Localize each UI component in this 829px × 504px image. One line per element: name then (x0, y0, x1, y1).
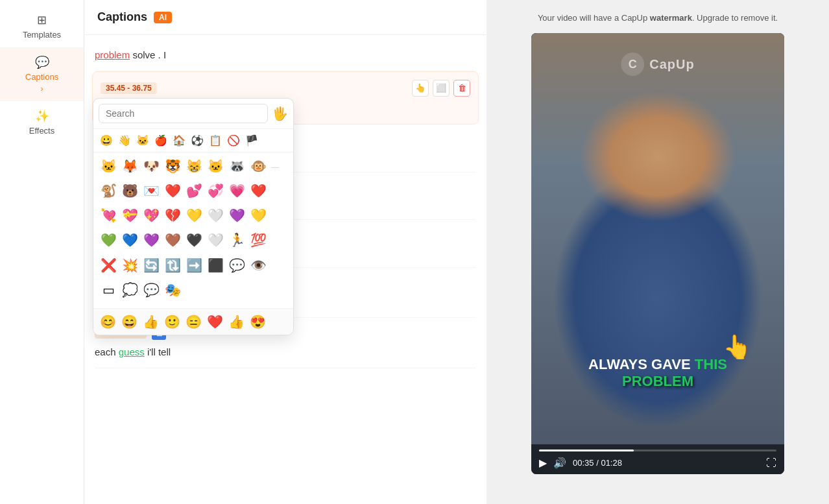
emoji-item[interactable]: 💕 (184, 181, 204, 204)
emoji-item[interactable]: 🎭 (163, 280, 183, 304)
emoji-cat-clipboard[interactable]: 📋 (208, 133, 223, 148)
delete-button[interactable]: 🗑 (453, 80, 470, 97)
emoji-cat-house[interactable]: 🏠 (171, 133, 187, 148)
ai-badge: AI (154, 12, 172, 23)
emoji-cat-soccer[interactable]: ⚽ (189, 133, 205, 148)
emoji-item[interactable]: 💌 (141, 181, 162, 204)
video-progress-bar[interactable] (539, 450, 776, 451)
capup-logo-icon: C (621, 53, 644, 76)
play-button[interactable]: ▶ (539, 457, 547, 469)
emoji-item[interactable]: 🖤 (184, 230, 204, 254)
video-panel: Your video will have a CapUp watermark. … (487, 0, 829, 504)
emoji-item[interactable]: 🐶 (141, 156, 162, 180)
emoji-item[interactable]: 💖 (141, 206, 162, 229)
emoji-item[interactable]: 🐱 (99, 156, 119, 180)
main-content: Captions AI problem solve . I 35.45 - 36… (84, 0, 829, 504)
emoji-item[interactable]: 💞 (206, 181, 226, 204)
emoji-item (248, 280, 269, 304)
captions-icon: 💬 (35, 55, 49, 69)
caption-always-gave: ALWAYS GAVE (588, 356, 695, 372)
emoji-button[interactable]: 👆 (412, 80, 429, 97)
emoji-item[interactable]: 💔 (163, 206, 183, 229)
emoji-item[interactable]: 💜 (141, 230, 162, 254)
emoji-item[interactable]: 😸 (184, 156, 204, 180)
emoji-item[interactable]: 💥 (120, 256, 140, 279)
hand-stop-icon[interactable]: 🖐 (272, 106, 288, 121)
emoji-item[interactable]: 👁️ (248, 256, 269, 279)
emoji-recent-bar: 😊 😄 👍 🙂 😑 ❤️ 👍 😍 (93, 308, 293, 335)
segment-text-7: each guess i'll tell (95, 345, 476, 360)
emoji-item[interactable]: ❌ (99, 256, 119, 279)
video-caption-line2: PROBLEM (544, 373, 771, 390)
sidebar-item-templates[interactable]: ⊞ Templates (0, 5, 84, 47)
emoji-item (227, 280, 247, 304)
emoji-item[interactable]: 💙 (120, 230, 140, 254)
sidebar: ⊞ Templates 💬 Captions › ✨ Effects (0, 0, 84, 504)
person-background (531, 33, 784, 474)
emoji-cat-no[interactable]: 🚫 (226, 133, 241, 148)
emoji-recent-smiley[interactable]: 😊 (99, 313, 117, 331)
video-controls-row: ▶ 🔊 00:35 / 01:28 ⛶ (539, 457, 776, 469)
emoji-item[interactable]: 💯 (248, 230, 269, 254)
sidebar-item-effects[interactable]: ✨ Effects (0, 101, 84, 143)
emoji-item[interactable]: ❤️ (248, 181, 269, 204)
segment-actions-2: 👆 ⬜ 🗑 (412, 80, 470, 97)
emoji-item[interactable]: 🔃 (163, 256, 183, 279)
emoji-recent-grin[interactable]: 😄 (120, 313, 139, 331)
emoji-item[interactable]: 🔄 (141, 256, 162, 279)
emoji-item[interactable]: 💝 (120, 206, 140, 229)
emoji-cat-wave[interactable]: 👋 (117, 133, 132, 148)
emoji-item[interactable]: 🦝 (227, 156, 247, 180)
emoji-cat-smiley[interactable]: 😀 (99, 133, 114, 148)
emoji-item[interactable]: 🏃 (227, 230, 247, 254)
emoji-item[interactable]: ❤️ (163, 181, 183, 204)
emoji-cat-apple[interactable]: 🍎 (153, 133, 169, 148)
word-problem[interactable]: problem (95, 49, 130, 60)
volume-button[interactable]: 🔊 (553, 457, 566, 469)
fullscreen-button[interactable]: ⛶ (766, 457, 776, 469)
emoji-item (184, 280, 204, 304)
emoji-item[interactable]: 🤍 (206, 230, 226, 254)
captions-header: Captions AI (84, 0, 487, 35)
emoji-recent-star-eyes[interactable]: 😍 (248, 313, 267, 331)
emoji-item[interactable]: 💜 (227, 206, 247, 229)
emoji-item[interactable]: ➡️ (184, 256, 204, 279)
emoji-item[interactable]: 🤍 (206, 206, 226, 229)
watermark-suffix: . Upgrade to remove it. (692, 13, 778, 23)
emoji-cat-cat[interactable]: 🐱 (135, 133, 150, 148)
word-guess2[interactable]: guess (119, 346, 145, 357)
emoji-recent-heart[interactable]: ❤️ (206, 313, 224, 331)
caption-button[interactable]: ⬜ (433, 80, 450, 97)
emoji-recent-thumbsup[interactable]: 👍 (141, 313, 160, 331)
emoji-item[interactable]: 💘 (99, 206, 119, 229)
sidebar-item-captions[interactable]: 💬 Captions › (0, 47, 84, 101)
emoji-item[interactable]: 🐵 (248, 156, 269, 180)
emoji-item[interactable]: 🐻 (120, 181, 140, 204)
emoji-item[interactable]: 💗 (227, 181, 247, 204)
emoji-item[interactable]: ▭ (99, 280, 119, 304)
emoji-recent-neutral[interactable]: 😑 (184, 313, 203, 331)
emoji-item[interactable]: 💬 (141, 280, 162, 304)
emoji-item[interactable]: 🤎 (163, 230, 183, 254)
emoji-item[interactable]: 💛 (248, 206, 269, 229)
emoji-item[interactable]: 🐒 (99, 181, 119, 204)
caption-segment-2: 35.45 - 36.75 👆 ⬜ 🗑 always gave 🖐 (92, 71, 479, 125)
video-caption-overlay: ALWAYS GAVE THIS PROBLEM (531, 356, 784, 390)
emoji-cat-flag[interactable]: 🏴 (244, 133, 259, 148)
emoji-item[interactable]: ⬛ (206, 256, 226, 279)
emoji-item (270, 256, 288, 279)
emoji-item[interactable]: 💚 (99, 230, 119, 254)
emoji-search: 🖐 (93, 99, 293, 129)
emoji-recent-smile[interactable]: 🙂 (163, 313, 182, 331)
emoji-item[interactable]: 💬 (227, 256, 247, 279)
watermark-bold: watermark (650, 13, 692, 23)
emoji-item[interactable]: 🐱 (206, 156, 226, 180)
emoji-recent-thumbsup2[interactable]: 👍 (227, 313, 246, 331)
emoji-item[interactable]: 💛 (184, 206, 204, 229)
emoji-search-input[interactable] (99, 104, 268, 123)
emoji-item[interactable]: 🐯 (163, 156, 183, 180)
emoji-item (270, 230, 288, 254)
video-controls: ▶ 🔊 00:35 / 01:28 ⛶ (531, 444, 784, 474)
emoji-item[interactable]: 🦊 (120, 156, 140, 180)
emoji-item[interactable]: 💭 (120, 280, 140, 304)
